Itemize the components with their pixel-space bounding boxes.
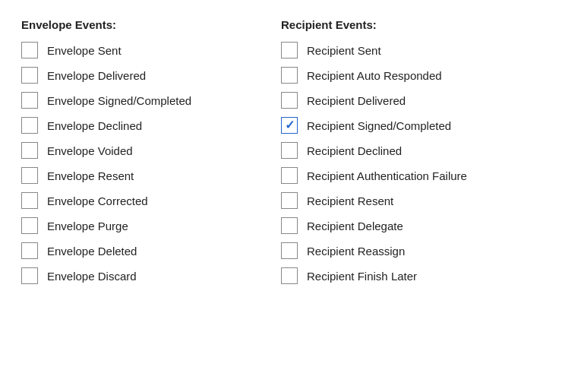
envelope-declined-row: Envelope Declined: [21, 117, 281, 134]
envelope-discard-label: Envelope Discard: [47, 270, 137, 283]
recipient-finish-later-label: Recipient Finish Later: [307, 270, 417, 283]
recipient-sent-label: Recipient Sent: [307, 44, 381, 57]
recipient-resent-row: Recipient Resent: [281, 192, 541, 209]
envelope-voided-label: Envelope Voided: [47, 144, 133, 157]
envelope-declined-checkbox[interactable]: [21, 117, 38, 134]
recipient-auto-responded-row: Recipient Auto Responded: [281, 67, 541, 84]
recipient-declined-label: Recipient Declined: [307, 144, 402, 157]
envelope-signed-completed-label: Envelope Signed/Completed: [47, 94, 191, 107]
envelope-discard-checkbox[interactable]: [21, 267, 38, 284]
recipient-events-header: Recipient Events:: [281, 18, 541, 31]
recipient-finish-later-row: Recipient Finish Later: [281, 267, 541, 284]
envelope-signed-completed-checkbox[interactable]: [21, 92, 38, 109]
envelope-corrected-row: Envelope Corrected: [21, 192, 281, 209]
envelope-corrected-checkbox[interactable]: [21, 192, 38, 209]
envelope-discard-row: Envelope Discard: [21, 267, 281, 284]
envelope-delivered-label: Envelope Delivered: [47, 69, 146, 82]
envelope-events-column: Envelope Events:Envelope SentEnvelope De…: [21, 18, 281, 292]
envelope-sent-checkbox[interactable]: [21, 42, 38, 58]
recipient-signed-completed-label: Recipient Signed/Completed: [307, 119, 451, 132]
recipient-authentication-failure-checkbox[interactable]: [281, 167, 298, 184]
envelope-voided-checkbox[interactable]: [21, 142, 38, 159]
recipient-delivered-row: Recipient Delivered: [281, 92, 541, 109]
envelope-deleted-checkbox[interactable]: [21, 242, 38, 259]
main-columns: Envelope Events:Envelope SentEnvelope De…: [21, 18, 541, 292]
recipient-sent-row: Recipient Sent: [281, 42, 541, 58]
recipient-resent-label: Recipient Resent: [307, 194, 393, 207]
envelope-signed-completed-row: Envelope Signed/Completed: [21, 92, 281, 109]
recipient-delegate-checkbox[interactable]: [281, 217, 298, 234]
recipient-declined-row: Recipient Declined: [281, 142, 541, 159]
envelope-events-header: Envelope Events:: [21, 18, 281, 31]
envelope-deleted-label: Envelope Deleted: [47, 245, 137, 258]
recipient-sent-checkbox[interactable]: [281, 42, 298, 58]
recipient-authentication-failure-row: Recipient Authentication Failure: [281, 167, 541, 184]
recipient-delegate-label: Recipient Delegate: [307, 220, 403, 232]
recipient-reassign-label: Recipient Reassign: [307, 245, 405, 258]
recipient-auto-responded-label: Recipient Auto Responded: [307, 69, 442, 82]
recipient-signed-completed-checkbox[interactable]: ✓: [281, 117, 298, 134]
envelope-resent-checkbox[interactable]: [21, 167, 38, 184]
recipient-delegate-row: Recipient Delegate: [281, 217, 541, 234]
recipient-signed-completed-checkmark: ✓: [285, 119, 295, 131]
recipient-delivered-label: Recipient Delivered: [307, 94, 406, 107]
envelope-sent-row: Envelope Sent: [21, 42, 281, 58]
recipient-authentication-failure-label: Recipient Authentication Failure: [307, 169, 467, 182]
recipient-delivered-checkbox[interactable]: [281, 92, 298, 109]
envelope-sent-label: Envelope Sent: [47, 44, 122, 57]
recipient-signed-completed-row: ✓Recipient Signed/Completed: [281, 117, 541, 134]
envelope-delivered-checkbox[interactable]: [21, 67, 38, 84]
envelope-purge-checkbox[interactable]: [21, 217, 38, 234]
recipient-declined-checkbox[interactable]: [281, 142, 298, 159]
recipient-events-column: Recipient Events:Recipient SentRecipient…: [281, 18, 541, 292]
envelope-corrected-label: Envelope Corrected: [47, 194, 148, 207]
envelope-resent-row: Envelope Resent: [21, 167, 281, 184]
envelope-purge-row: Envelope Purge: [21, 217, 281, 234]
recipient-reassign-checkbox[interactable]: [281, 242, 298, 259]
recipient-auto-responded-checkbox[interactable]: [281, 67, 298, 84]
envelope-resent-label: Envelope Resent: [47, 169, 134, 182]
envelope-voided-row: Envelope Voided: [21, 142, 281, 159]
recipient-resent-checkbox[interactable]: [281, 192, 298, 209]
recipient-reassign-row: Recipient Reassign: [281, 242, 541, 259]
envelope-declined-label: Envelope Declined: [47, 119, 142, 132]
envelope-purge-label: Envelope Purge: [47, 220, 128, 232]
recipient-finish-later-checkbox[interactable]: [281, 267, 298, 284]
envelope-deleted-row: Envelope Deleted: [21, 242, 281, 259]
envelope-delivered-row: Envelope Delivered: [21, 67, 281, 84]
